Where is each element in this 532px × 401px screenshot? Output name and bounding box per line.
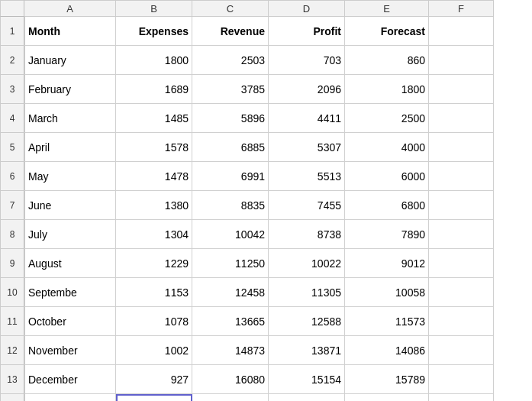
cell-10-D[interactable]: 11305 — [269, 278, 345, 307]
grid-row-13: December927160801515415789 — [24, 365, 494, 394]
cell-14-C[interactable] — [192, 394, 269, 401]
cell-11-B[interactable]: 1078 — [116, 307, 192, 336]
cell-7-C[interactable]: 8835 — [192, 191, 269, 220]
cell-4-F[interactable] — [429, 104, 494, 133]
grid-area: MonthExpensesRevenueProfitForecastJanuar… — [24, 17, 494, 401]
col-header-B[interactable]: B — [116, 0, 192, 17]
cell-3-C[interactable]: 3785 — [192, 75, 269, 104]
cell-14-F[interactable] — [429, 394, 494, 401]
cell-10-A[interactable]: Septembe — [24, 278, 116, 307]
col-header-C[interactable]: C — [192, 0, 269, 17]
cell-2-D[interactable]: 703 — [269, 46, 345, 75]
header-cell-A[interactable]: Month — [24, 17, 116, 46]
cell-9-F[interactable] — [429, 249, 494, 278]
grid-row-10: Septembe1153124581130510058 — [24, 278, 494, 307]
cell-9-C[interactable]: 11250 — [192, 249, 269, 278]
cell-7-B[interactable]: 1380 — [116, 191, 192, 220]
grid-row-4: March1485589644112500 — [24, 104, 494, 133]
header-cell-B[interactable]: Expenses — [116, 17, 192, 46]
cell-13-B[interactable]: 927 — [116, 365, 192, 394]
cell-12-D[interactable]: 13871 — [269, 336, 345, 365]
cell-13-A[interactable]: December — [24, 365, 116, 394]
row-num-4: 4 — [0, 104, 24, 133]
cell-12-E[interactable]: 14086 — [345, 336, 429, 365]
cell-13-C[interactable]: 16080 — [192, 365, 269, 394]
cell-2-E[interactable]: 860 — [345, 46, 429, 75]
cell-12-B[interactable]: 1002 — [116, 336, 192, 365]
cell-8-A[interactable]: July — [24, 220, 116, 249]
cell-2-A[interactable]: January — [24, 46, 116, 75]
cell-9-A[interactable]: August — [24, 249, 116, 278]
cell-8-E[interactable]: 7890 — [345, 220, 429, 249]
cell-6-E[interactable]: 6000 — [345, 162, 429, 191]
cell-2-B[interactable]: 1800 — [116, 46, 192, 75]
cell-5-F[interactable] — [429, 133, 494, 162]
cell-10-C[interactable]: 12458 — [192, 278, 269, 307]
col-header-D[interactable]: D — [269, 0, 345, 17]
col-header-F[interactable]: F — [429, 0, 494, 17]
header-cell-D[interactable]: Profit — [269, 17, 345, 46]
cell-5-B[interactable]: 1578 — [116, 133, 192, 162]
cell-13-E[interactable]: 15789 — [345, 365, 429, 394]
cell-13-D[interactable]: 15154 — [269, 365, 345, 394]
cell-4-E[interactable]: 2500 — [345, 104, 429, 133]
cell-12-F[interactable] — [429, 336, 494, 365]
cell-13-F[interactable] — [429, 365, 494, 394]
cell-8-D[interactable]: 8738 — [269, 220, 345, 249]
row-num-10: 10 — [0, 278, 24, 307]
cell-8-B[interactable]: 1304 — [116, 220, 192, 249]
cell-3-F[interactable] — [429, 75, 494, 104]
cell-7-A[interactable]: June — [24, 191, 116, 220]
cell-3-B[interactable]: 1689 — [116, 75, 192, 104]
header-cell-F[interactable] — [429, 17, 494, 46]
cell-6-D[interactable]: 5513 — [269, 162, 345, 191]
cell-3-D[interactable]: 2096 — [269, 75, 345, 104]
header-cell-E[interactable]: Forecast — [345, 17, 429, 46]
cell-6-B[interactable]: 1478 — [116, 162, 192, 191]
cell-6-A[interactable]: May — [24, 162, 116, 191]
cell-9-D[interactable]: 10022 — [269, 249, 345, 278]
cell-7-D[interactable]: 7455 — [269, 191, 345, 220]
cell-12-C[interactable]: 14873 — [192, 336, 269, 365]
cell-5-A[interactable]: April — [24, 133, 116, 162]
cell-11-A[interactable]: October — [24, 307, 116, 336]
cell-10-B[interactable]: 1153 — [116, 278, 192, 307]
cell-4-A[interactable]: March — [24, 104, 116, 133]
cell-12-A[interactable]: November — [24, 336, 116, 365]
cell-7-F[interactable] — [429, 191, 494, 220]
cell-7-E[interactable]: 6800 — [345, 191, 429, 220]
cell-14-B[interactable]: 16101 — [116, 394, 192, 401]
cell-11-D[interactable]: 12588 — [269, 307, 345, 336]
cell-5-D[interactable]: 5307 — [269, 133, 345, 162]
cell-6-C[interactable]: 6991 — [192, 162, 269, 191]
grid-header-row: MonthExpensesRevenueProfitForecast — [24, 17, 494, 46]
cell-6-F[interactable] — [429, 162, 494, 191]
header-cell-C[interactable]: Revenue — [192, 17, 269, 46]
cell-5-C[interactable]: 6885 — [192, 133, 269, 162]
cell-10-F[interactable] — [429, 278, 494, 307]
cell-10-E[interactable]: 10058 — [345, 278, 429, 307]
cell-8-C[interactable]: 10042 — [192, 220, 269, 249]
cell-3-A[interactable]: February — [24, 75, 116, 104]
row-num-1: 1 — [0, 17, 24, 46]
cell-2-F[interactable] — [429, 46, 494, 75]
cell-5-E[interactable]: 4000 — [345, 133, 429, 162]
cell-4-D[interactable]: 4411 — [269, 104, 345, 133]
cell-11-E[interactable]: 11573 — [345, 307, 429, 336]
cell-9-B[interactable]: 1229 — [116, 249, 192, 278]
cell-14-A[interactable]: Total — [24, 394, 116, 401]
cell-14-D[interactable] — [269, 394, 345, 401]
col-header-E[interactable]: E — [345, 0, 429, 17]
cell-4-C[interactable]: 5896 — [192, 104, 269, 133]
cell-4-B[interactable]: 1485 — [116, 104, 192, 133]
cell-14-E[interactable] — [345, 394, 429, 401]
col-header-A[interactable]: A — [24, 0, 116, 17]
cell-2-C[interactable]: 2503 — [192, 46, 269, 75]
cell-8-F[interactable] — [429, 220, 494, 249]
cell-11-F[interactable] — [429, 307, 494, 336]
spreadsheet-body: 1234567891011121314 MonthExpensesRevenue… — [0, 17, 532, 401]
cell-11-C[interactable]: 13665 — [192, 307, 269, 336]
cell-9-E[interactable]: 9012 — [345, 249, 429, 278]
cell-3-E[interactable]: 1800 — [345, 75, 429, 104]
grid-row-2: January18002503703860 — [24, 46, 494, 75]
